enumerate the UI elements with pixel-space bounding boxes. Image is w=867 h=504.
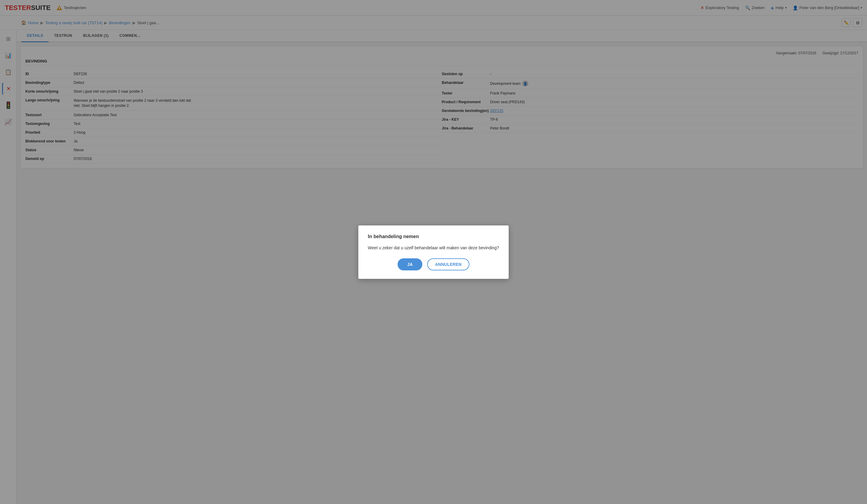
modal-ja-button[interactable]: JA bbox=[398, 258, 422, 270]
modal-body: Weet u zeker dat u uzelf behandelaar wil… bbox=[368, 245, 499, 251]
modal-overlay: In behandeling nemen Weet u zeker dat u … bbox=[0, 0, 867, 504]
modal-actions: JA ANNULEREN bbox=[368, 258, 499, 270]
modal-dialog: In behandeling nemen Weet u zeker dat u … bbox=[358, 225, 509, 279]
modal-title: In behandeling nemen bbox=[368, 234, 499, 239]
modal-annuleren-button[interactable]: ANNULEREN bbox=[427, 258, 469, 270]
